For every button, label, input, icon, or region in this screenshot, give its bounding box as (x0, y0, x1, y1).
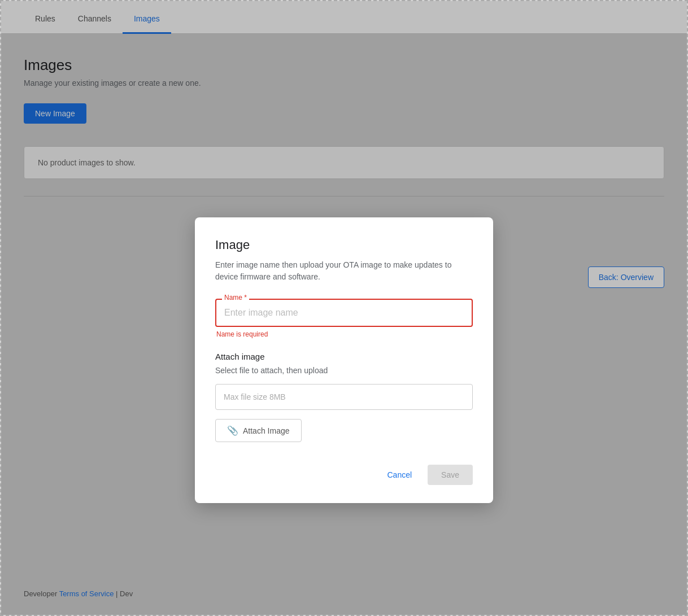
page-wrapper: Rules Channels Images Images Manage your… (0, 0, 688, 616)
attach-section-title: Attach image (215, 352, 473, 361)
attach-section-subtitle: Select file to attach, then upload (215, 366, 473, 375)
attach-button-label: Attach Image (243, 426, 290, 435)
name-label: Name * (222, 294, 249, 302)
modal-footer: Cancel Save (215, 465, 473, 485)
name-input[interactable] (215, 299, 473, 327)
save-button[interactable]: Save (428, 465, 473, 485)
paperclip-icon: 📎 (227, 425, 238, 436)
modal-description: Enter image name then upload your OTA im… (215, 259, 473, 283)
modal-title: Image (215, 238, 473, 252)
name-field-wrapper: Name * (215, 299, 473, 327)
attach-image-button[interactable]: 📎 Attach Image (215, 419, 302, 442)
file-input-box: Max file size 8MB (215, 384, 473, 410)
image-modal: Image Enter image name then upload your … (195, 217, 493, 503)
cancel-button[interactable]: Cancel (378, 465, 421, 485)
name-error-text: Name is required (216, 330, 473, 338)
